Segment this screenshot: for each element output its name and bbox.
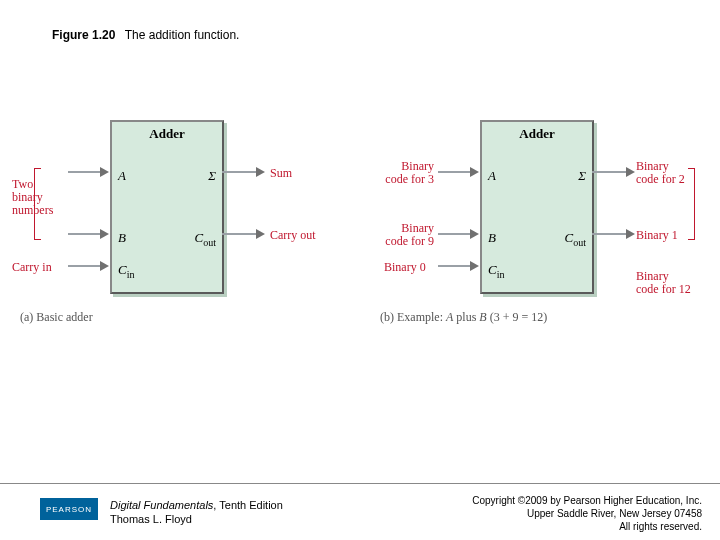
caption-a: (a) Basic adder — [20, 310, 93, 325]
label-code9: Binarycode for 9 — [380, 222, 434, 248]
bracket-code12 — [688, 168, 695, 240]
copyright-line3: All rights reserved. — [472, 520, 702, 533]
label-two-binary: Twobinarynumbers — [12, 178, 72, 218]
adder-box-basic: Adder A B Cin Σ Cout — [110, 120, 224, 294]
copyright-line2: Upper Saddle River, New Jersey 07458 — [472, 507, 702, 520]
copyright-block: Copyright ©2009 by Pearson Higher Educat… — [472, 494, 702, 533]
port-A-left: A — [118, 168, 126, 184]
pearson-logo: PEARSON — [40, 498, 98, 520]
label-code2: Binarycode for 2 — [636, 160, 685, 186]
caption-b: (b) Example: A plus B (3 + 9 = 12) — [380, 310, 547, 325]
adder-box-example: Adder A B Cin Σ Cout — [480, 120, 594, 294]
port-Cin-left: Cin — [118, 262, 134, 280]
book-title: Digital Fundamentals — [110, 499, 213, 511]
copyright-line1: Copyright ©2009 by Pearson Higher Educat… — [472, 494, 702, 507]
port-Cout-right: Cout — [565, 230, 586, 248]
footer: PEARSON Digital Fundamentals, Tenth Edit… — [0, 483, 720, 540]
label-carry-in: Carry in — [12, 260, 52, 275]
diagram-area: Adder A B Cin Σ Cout Twobinarynumbers Ca… — [20, 120, 700, 340]
book-title-line: Digital Fundamentals, Tenth Edition — [110, 498, 283, 512]
port-B-left: B — [118, 230, 126, 246]
label-bin1: Binary 1 — [636, 228, 678, 243]
book-info: Digital Fundamentals, Tenth Edition Thom… — [110, 498, 283, 527]
label-code12: Binarycode for 12 — [636, 270, 691, 296]
port-Cin-right: Cin — [488, 262, 504, 280]
port-A-right: A — [488, 168, 496, 184]
adder-title-basic: Adder — [112, 126, 222, 142]
port-Sigma-left: Σ — [208, 168, 216, 184]
book-author: Thomas L. Floyd — [110, 512, 283, 526]
port-B-right: B — [488, 230, 496, 246]
figure-caption-text: The addition function. — [125, 28, 240, 42]
port-Cout-left: Cout — [195, 230, 216, 248]
label-carry-out: Carry out — [270, 228, 316, 243]
port-Sigma-right: Σ — [578, 168, 586, 184]
label-bin0: Binary 0 — [384, 260, 426, 275]
label-code3: Binarycode for 3 — [380, 160, 434, 186]
figure-number: Figure 1.20 — [52, 28, 115, 42]
book-edition: , Tenth Edition — [213, 499, 283, 511]
adder-title-example: Adder — [482, 126, 592, 142]
figure-caption: Figure 1.20 The addition function. — [52, 28, 239, 42]
label-sum: Sum — [270, 166, 292, 181]
